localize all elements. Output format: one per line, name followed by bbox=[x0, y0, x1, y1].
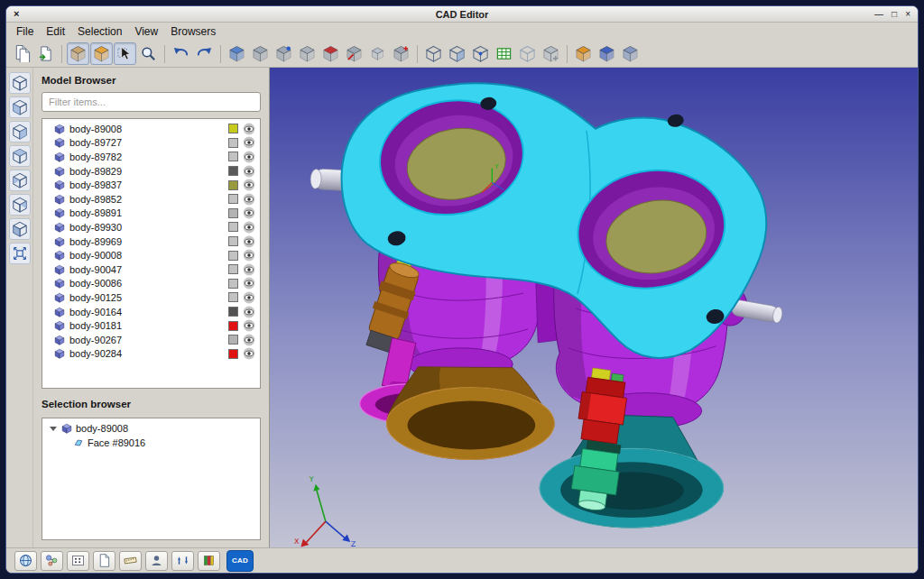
color-swatch[interactable] bbox=[228, 321, 238, 331]
view-right-icon[interactable] bbox=[9, 170, 31, 191]
document-icon[interactable] bbox=[93, 551, 116, 571]
color-stripes-icon[interactable] bbox=[198, 551, 220, 571]
menu-selection[interactable]: Selection bbox=[71, 23, 128, 40]
menu-browsers[interactable]: Browsers bbox=[164, 23, 222, 40]
view-top-icon[interactable] bbox=[9, 194, 31, 216]
cube-add-tool-icon[interactable] bbox=[390, 42, 412, 65]
3d-viewport[interactable]: Y Y X Z bbox=[270, 68, 918, 547]
tree-item[interactable]: body-89837 bbox=[42, 178, 260, 192]
eye-visibility-icon[interactable] bbox=[243, 319, 255, 332]
wire-cube-face-tool-icon[interactable] bbox=[446, 42, 468, 65]
cube-plus-tool-icon[interactable] bbox=[540, 42, 562, 65]
color-swatch[interactable] bbox=[228, 124, 238, 133]
small-cube-tool-icon[interactable] bbox=[366, 42, 389, 65]
eye-visibility-icon[interactable] bbox=[243, 123, 255, 135]
dark-blue-cube-tool-icon[interactable] bbox=[596, 42, 618, 65]
up-down-arrows-icon[interactable] bbox=[171, 551, 194, 571]
view-front-icon[interactable] bbox=[9, 96, 31, 118]
eye-visibility-icon[interactable] bbox=[243, 221, 255, 234]
view-back-icon[interactable] bbox=[9, 121, 31, 142]
measure-ruler-icon[interactable] bbox=[119, 551, 142, 571]
select-cursor-icon[interactable] bbox=[114, 42, 136, 65]
color-swatch[interactable] bbox=[228, 138, 238, 148]
color-swatch[interactable] bbox=[228, 335, 238, 345]
tree-item[interactable]: body-89829 bbox=[42, 164, 260, 179]
filter-input[interactable] bbox=[42, 92, 261, 112]
eye-visibility-icon[interactable] bbox=[243, 151, 255, 163]
wire-cube-tool-icon[interactable] bbox=[422, 42, 445, 65]
steel-cube-tool-icon[interactable] bbox=[619, 42, 642, 65]
eye-visibility-icon[interactable] bbox=[243, 193, 255, 206]
color-swatch[interactable] bbox=[228, 349, 238, 359]
color-swatch[interactable] bbox=[228, 222, 238, 232]
eye-visibility-icon[interactable] bbox=[243, 249, 255, 262]
minimize-button[interactable]: — bbox=[874, 10, 883, 19]
import-file-icon[interactable] bbox=[34, 42, 57, 65]
eye-visibility-icon[interactable] bbox=[243, 263, 255, 276]
menu-file[interactable]: File bbox=[10, 23, 40, 40]
eye-visibility-icon[interactable] bbox=[243, 179, 255, 191]
menu-edit[interactable]: Edit bbox=[40, 23, 71, 40]
orange-cube-tool-icon[interactable] bbox=[572, 42, 595, 65]
undo-icon[interactable] bbox=[170, 42, 192, 65]
eye-visibility-icon[interactable] bbox=[243, 347, 255, 360]
color-swatch[interactable] bbox=[228, 208, 238, 218]
tree-item[interactable]: body-90086 bbox=[42, 277, 260, 291]
eye-visibility-icon[interactable] bbox=[243, 235, 255, 248]
color-swatch[interactable] bbox=[228, 279, 238, 289]
tree-item[interactable]: body-90047 bbox=[42, 262, 260, 277]
light-cube-tool-icon[interactable] bbox=[516, 42, 539, 65]
eye-visibility-icon[interactable] bbox=[243, 306, 255, 318]
selection-root-item[interactable]: body-89008 bbox=[42, 421, 260, 436]
zoom-fit-icon[interactable] bbox=[9, 243, 31, 264]
tree-item[interactable]: body-90284 bbox=[42, 347, 260, 362]
cube-dot-tool-icon[interactable] bbox=[273, 42, 295, 65]
color-swatch[interactable] bbox=[228, 152, 238, 161]
expander-icon[interactable] bbox=[50, 427, 57, 431]
shaded-view-cube-icon[interactable] bbox=[67, 42, 89, 65]
grid-table-icon[interactable] bbox=[493, 42, 515, 65]
zoom-magnifier-icon[interactable] bbox=[137, 42, 160, 65]
close-button[interactable]: × bbox=[905, 10, 910, 19]
tree-item[interactable]: body-90181 bbox=[42, 318, 260, 333]
tree-item[interactable]: body-90267 bbox=[42, 333, 260, 347]
color-swatch[interactable] bbox=[228, 194, 238, 204]
tree-item[interactable]: body-89969 bbox=[42, 234, 260, 249]
gray-cube-tool-icon[interactable] bbox=[249, 42, 272, 65]
cube-tool-icon[interactable] bbox=[296, 42, 319, 65]
wire-cube-corner-tool-icon[interactable] bbox=[469, 42, 492, 65]
tree-item[interactable]: body-90164 bbox=[42, 305, 260, 319]
color-swatch[interactable] bbox=[228, 292, 238, 302]
color-swatch[interactable] bbox=[228, 236, 238, 246]
eye-visibility-icon[interactable] bbox=[243, 136, 255, 149]
copy-pages-icon[interactable] bbox=[11, 42, 33, 65]
tree-item[interactable]: body-89727 bbox=[42, 136, 260, 151]
title-bar[interactable]: × CAD Editor — □ × bbox=[6, 6, 918, 23]
tree-item[interactable]: body-89891 bbox=[42, 207, 260, 221]
tree-item[interactable]: body-89782 bbox=[42, 150, 260, 164]
view-left-icon[interactable] bbox=[9, 145, 31, 167]
binary-grid-icon[interactable] bbox=[67, 551, 89, 571]
tree-item[interactable]: body-89008 bbox=[42, 122, 260, 136]
eye-visibility-icon[interactable] bbox=[243, 334, 255, 346]
eye-visibility-icon[interactable] bbox=[243, 291, 255, 304]
tree-item[interactable]: body-90008 bbox=[42, 248, 260, 262]
color-swatch[interactable] bbox=[228, 180, 238, 190]
maximize-button[interactable]: □ bbox=[892, 10, 897, 19]
color-swatch[interactable] bbox=[228, 166, 238, 176]
view-iso-icon[interactable] bbox=[9, 72, 31, 94]
selection-face-item[interactable]: Face #89016 bbox=[42, 436, 260, 450]
molecules-icon[interactable] bbox=[41, 551, 63, 571]
color-swatch[interactable] bbox=[228, 307, 238, 317]
tree-item[interactable]: body-90125 bbox=[42, 290, 260, 305]
cube-red-top-tool-icon[interactable] bbox=[319, 42, 342, 65]
eye-visibility-icon[interactable] bbox=[243, 277, 255, 290]
tree-item[interactable]: body-89930 bbox=[42, 220, 260, 234]
textured-view-cube-icon[interactable] bbox=[90, 42, 113, 65]
color-swatch[interactable] bbox=[228, 264, 238, 274]
cube-red-mark-tool-icon[interactable] bbox=[343, 42, 365, 65]
user-icon[interactable] bbox=[145, 551, 168, 571]
color-swatch[interactable] bbox=[228, 251, 238, 261]
redo-icon[interactable] bbox=[193, 42, 216, 65]
eye-visibility-icon[interactable] bbox=[243, 207, 255, 219]
